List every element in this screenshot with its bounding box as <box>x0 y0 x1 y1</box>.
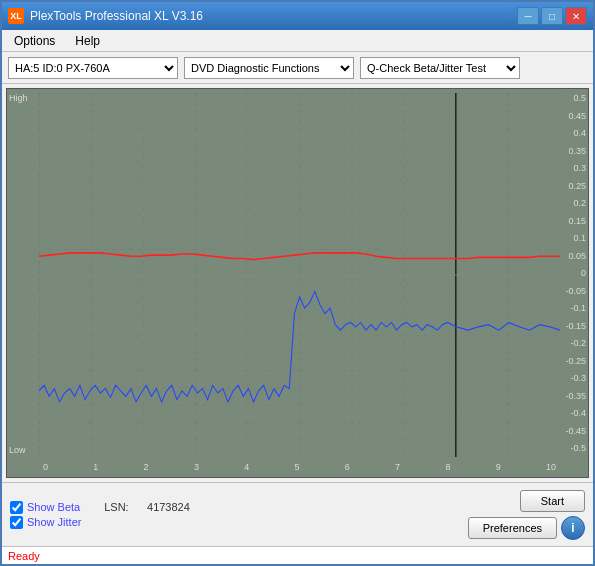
preferences-button[interactable]: Preferences <box>468 517 557 539</box>
status-text: Ready <box>8 550 40 562</box>
x-axis: 0 1 2 3 4 5 6 7 8 9 10 <box>39 457 560 477</box>
btn-row: Preferences i <box>468 516 585 540</box>
menu-bar: Options Help <box>2 30 593 52</box>
lsn-label: LSN: <box>104 501 128 513</box>
start-button[interactable]: Start <box>520 490 585 512</box>
menu-help[interactable]: Help <box>67 32 108 50</box>
chart-svg <box>39 93 560 457</box>
app-icon: XL <box>8 8 24 24</box>
y-high-label: High <box>9 93 28 103</box>
title-bar: XL PlexTools Professional XL V3.16 ─ □ ✕ <box>2 2 593 30</box>
y-axis-right: 0.5 0.45 0.4 0.35 0.3 0.25 0.2 0.15 0.1 … <box>560 89 588 457</box>
test-select[interactable]: Q-Check Beta/Jitter Test <box>360 57 520 79</box>
menu-options[interactable]: Options <box>6 32 63 50</box>
show-beta-label: Show Beta <box>27 501 80 513</box>
info-button[interactable]: i <box>561 516 585 540</box>
show-jitter-label: Show Jitter <box>27 516 81 528</box>
show-beta-checkbox[interactable] <box>10 501 23 514</box>
maximize-button[interactable]: □ <box>541 7 563 25</box>
show-jitter-row: Show Jitter <box>10 516 468 529</box>
status-bar: Ready <box>2 546 593 564</box>
lsn-value: 4173824 <box>147 501 190 513</box>
toolbar: HA:5 ID:0 PX-760A DVD Diagnostic Functio… <box>2 52 593 84</box>
y-low-label: Low <box>9 445 26 455</box>
chart-svg-container <box>39 93 560 457</box>
bottom-right: Start Preferences i <box>468 490 585 540</box>
chart-area: High Low 0.5 0.45 0.4 0.35 0.3 0.25 0.2 … <box>6 88 589 478</box>
bottom-panel: Show Beta LSN: 4173824 Show Jitter Start… <box>2 482 593 546</box>
title-bar-left: XL PlexTools Professional XL V3.16 <box>8 8 203 24</box>
function-select[interactable]: DVD Diagnostic Functions <box>184 57 354 79</box>
drive-select[interactable]: HA:5 ID:0 PX-760A <box>8 57 178 79</box>
main-window: XL PlexTools Professional XL V3.16 ─ □ ✕… <box>0 0 595 566</box>
window-title: PlexTools Professional XL V3.16 <box>30 9 203 23</box>
close-button[interactable]: ✕ <box>565 7 587 25</box>
bottom-left: Show Beta LSN: 4173824 Show Jitter <box>10 501 468 529</box>
lsn-info: LSN: 4173824 <box>104 501 190 513</box>
show-jitter-checkbox[interactable] <box>10 516 23 529</box>
minimize-button[interactable]: ─ <box>517 7 539 25</box>
show-beta-row: Show Beta LSN: 4173824 <box>10 501 468 514</box>
title-controls: ─ □ ✕ <box>517 7 587 25</box>
